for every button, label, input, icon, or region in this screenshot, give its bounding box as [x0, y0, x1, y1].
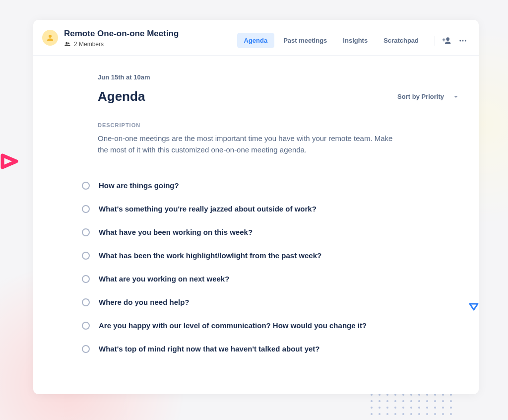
description-text: One-on-one meetings are the most importa… [98, 133, 395, 155]
item-text[interactable]: Where do you need help? [99, 298, 190, 306]
agenda-items-list: How are things going? What's something y… [82, 181, 459, 353]
chevron-down-icon [453, 94, 459, 100]
item-checkbox[interactable] [82, 322, 90, 330]
person-add-icon [442, 36, 452, 46]
header-actions [435, 36, 468, 46]
item-text[interactable]: What's something you're really jazzed ab… [99, 205, 317, 213]
sort-control[interactable]: Sort by Priority [397, 93, 459, 100]
svg-rect-5 [444, 38, 444, 41]
item-text[interactable]: What has been the work highlight/lowligh… [99, 251, 321, 260]
svg-point-0 [49, 35, 52, 38]
item-checkbox[interactable] [82, 298, 90, 306]
item-text[interactable]: What's top of mind right now that we hav… [99, 345, 319, 353]
svg-point-1 [65, 42, 67, 44]
tab-past-meetings[interactable]: Past meetings [276, 33, 334, 48]
item-text[interactable]: What have you been working on this week? [99, 228, 253, 236]
page-title: Agenda [98, 89, 145, 104]
members-info[interactable]: 2 Members [64, 41, 179, 48]
item-checkbox[interactable] [82, 275, 90, 283]
content-area: Jun 15th at 10am Agenda Sort by Priority… [33, 56, 479, 378]
item-text[interactable]: What are you working on next week? [99, 275, 229, 283]
tab-insights[interactable]: Insights [336, 33, 375, 48]
header-right: Agenda Past meetings Insights Scratchpad [237, 33, 468, 48]
header: Remote One-on-one Meeting 2 Members Agen… [33, 20, 479, 56]
list-item: Are you happy with our level of communic… [82, 321, 459, 330]
more-options-button[interactable] [458, 36, 468, 46]
tabs: Agenda Past meetings Insights Scratchpad [237, 33, 426, 48]
meeting-card: Remote One-on-one Meeting 2 Members Agen… [33, 20, 479, 394]
list-item: What has been the work highlight/lowligh… [82, 251, 459, 260]
triangle-decoration-icon [468, 302, 479, 315]
list-item: What's top of mind right now that we hav… [82, 345, 459, 353]
item-checkbox[interactable] [82, 345, 90, 353]
tab-scratchpad[interactable]: Scratchpad [377, 33, 426, 48]
svg-point-3 [446, 37, 449, 41]
list-item: What are you working on next week? [82, 275, 459, 283]
svg-point-8 [465, 40, 466, 41]
item-checkbox[interactable] [82, 205, 90, 213]
people-icon [64, 41, 71, 48]
avatar[interactable] [42, 30, 58, 46]
svg-point-2 [68, 43, 69, 44]
item-checkbox[interactable] [82, 228, 90, 236]
list-item: How are things going? [82, 181, 459, 190]
svg-point-6 [459, 40, 461, 41]
meeting-datetime: Jun 15th at 10am [98, 73, 459, 81]
meeting-title: Remote One-on-one Meeting [64, 29, 179, 39]
list-item: Where do you need help? [82, 298, 459, 306]
more-horizontal-icon [458, 36, 467, 45]
list-item: What's something you're really jazzed ab… [82, 205, 459, 213]
sort-label: Sort by Priority [397, 93, 444, 100]
item-checkbox[interactable] [82, 252, 90, 260]
tab-agenda[interactable]: Agenda [237, 33, 275, 48]
header-left: Remote One-on-one Meeting 2 Members [42, 29, 179, 48]
svg-point-7 [462, 40, 464, 41]
header-info: Remote One-on-one Meeting 2 Members [64, 29, 179, 48]
item-text[interactable]: How are things going? [99, 181, 179, 190]
members-label: 2 Members [74, 41, 104, 48]
item-checkbox[interactable] [82, 182, 90, 190]
item-text[interactable]: Are you happy with our level of communic… [99, 321, 367, 330]
description-label: DESCRIPTION [98, 122, 459, 128]
list-item: What have you been working on this week? [82, 228, 459, 236]
triangle-decoration-icon [0, 151, 20, 173]
add-person-button[interactable] [442, 36, 452, 46]
person-icon [46, 33, 55, 42]
title-row: Agenda Sort by Priority [98, 89, 459, 104]
